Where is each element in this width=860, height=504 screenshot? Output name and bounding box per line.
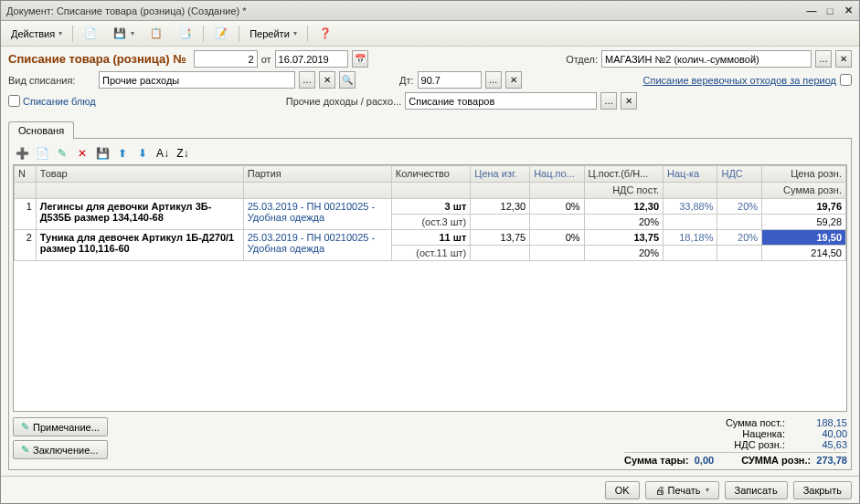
pencil-icon: ✎ — [21, 444, 29, 456]
doc-icon-1[interactable]: 📋 — [143, 25, 170, 43]
dept-select-icon[interactable]: … — [815, 50, 832, 68]
note-button[interactable]: ✎Примечание... — [13, 417, 108, 436]
conclusion-button[interactable]: ✎Заключение... — [13, 440, 108, 459]
print-button[interactable]: 🖨Печать — [645, 481, 719, 499]
close-window-button[interactable]: ✕ — [841, 5, 855, 17]
col-nacka[interactable]: Нац-ка — [664, 166, 717, 183]
dept-clear-icon[interactable]: ✕ — [835, 50, 852, 68]
col-nds-post[interactable]: НДС пост. — [584, 183, 663, 199]
window-title: Документ: Списание товара (розница) (Соз… — [5, 5, 801, 16]
titlebar: Документ: Списание товара (розница) (Соз… — [1, 1, 859, 21]
date-label: от — [261, 54, 271, 65]
calendar-icon[interactable]: 📅 — [352, 50, 368, 68]
dt-clear-icon[interactable]: ✕ — [505, 71, 522, 89]
actions-menu[interactable]: Действия — [5, 25, 69, 43]
form-icon[interactable]: 📝 — [207, 25, 235, 43]
dt-select-icon[interactable]: … — [485, 71, 502, 89]
col-mfr-price[interactable]: Цена изг. — [471, 166, 530, 183]
col-nds[interactable]: НДС — [717, 166, 762, 183]
writeoff-search-icon[interactable]: 🔍 — [339, 71, 356, 89]
col-retail-price[interactable]: Цена розн. — [762, 166, 846, 183]
col-batch[interactable]: Партия — [243, 166, 391, 183]
col-product[interactable]: Товар — [36, 166, 243, 183]
writeoff-select-icon[interactable]: … — [299, 71, 315, 89]
move-down-icon[interactable]: ⬇ — [133, 144, 152, 163]
sort-desc-icon[interactable]: Z↓ — [174, 144, 192, 163]
add-row-icon[interactable]: ➕ — [13, 144, 31, 163]
col-nac-po[interactable]: Нац.по... — [530, 166, 584, 183]
table-row[interactable]: 2 Туника для девочек Артикул 1Б-Д270/1 р… — [15, 230, 846, 246]
post-icon[interactable]: 📄 — [77, 25, 104, 43]
totals-block: Сумма пост.:188,15 Наценка:40,00 НДС роз… — [624, 417, 847, 466]
items-table[interactable]: N Товар Партия Количество Цена изг. Нац.… — [14, 165, 846, 261]
help-icon[interactable]: ❓ — [312, 25, 339, 43]
close-button[interactable]: Закрыть — [793, 481, 852, 499]
maximize-button[interactable]: □ — [823, 5, 837, 17]
writeoff-type-label: Вид списания: — [8, 75, 95, 86]
other-income-input[interactable] — [405, 92, 597, 110]
ok-button[interactable]: OK — [605, 481, 640, 499]
sort-asc-icon[interactable]: A↓ — [154, 144, 172, 163]
other-income-select-icon[interactable]: … — [600, 92, 617, 110]
other-income-clear-icon[interactable]: ✕ — [621, 92, 637, 110]
pencil-icon: ✎ — [21, 421, 29, 433]
main-toolbar: Действия 📄 💾 📋 📑 📝 Перейти ❓ — [1, 21, 859, 47]
footer-bar: OK 🖨Печать Записать Закрыть — [1, 476, 859, 503]
save-icon[interactable]: 💾 — [106, 25, 141, 43]
printer-icon: 🖨 — [655, 485, 665, 496]
doc-title: Списание товара (розница) № — [8, 52, 186, 66]
writeoff-type-input[interactable] — [99, 71, 295, 89]
period-link[interactable]: Списание веревочных отходов за период — [643, 75, 836, 86]
delete-row-icon[interactable]: ✕ — [73, 144, 91, 163]
doc-icon-2[interactable]: 📑 — [172, 25, 199, 43]
goto-menu[interactable]: Перейти — [243, 25, 303, 43]
col-sum-retail[interactable]: Сумма розн. — [762, 183, 846, 199]
copy-row-icon[interactable]: 📄 — [33, 144, 51, 163]
tab-main[interactable]: Основаня — [8, 121, 74, 139]
dishes-checkbox[interactable] — [8, 95, 20, 107]
dt-input[interactable] — [418, 71, 482, 89]
edit-row-icon[interactable]: ✎ — [53, 144, 71, 163]
move-up-icon[interactable]: ⬆ — [113, 144, 132, 163]
dishes-checkbox-label[interactable]: Списание блюд — [8, 95, 96, 107]
doc-number-input[interactable] — [194, 50, 258, 68]
save-grid-icon[interactable]: 💾 — [93, 144, 111, 163]
date-input[interactable] — [275, 50, 348, 68]
col-cost-nb[interactable]: Ц.пост.(б/Н... — [584, 166, 663, 183]
minimize-button[interactable]: — — [804, 5, 819, 17]
writeoff-clear-icon[interactable]: ✕ — [319, 71, 335, 89]
col-n[interactable]: N — [15, 166, 37, 183]
grid-toolbar: ➕ 📄 ✎ ✕ 💾 ⬆ ⬇ A↓ Z↓ — [13, 142, 847, 164]
dept-label: Отдел: — [566, 54, 598, 65]
dt-label: Дт: — [399, 75, 414, 86]
period-checkbox[interactable] — [840, 74, 852, 86]
col-qty[interactable]: Количество — [391, 166, 470, 183]
other-income-label: Прочие доходы / расхо... — [286, 96, 402, 107]
save-button[interactable]: Записать — [725, 481, 788, 499]
dept-input[interactable] — [601, 50, 812, 68]
table-row[interactable]: 1 Легинсы для девочки Артикул 3Б-Д535Б р… — [15, 199, 846, 215]
